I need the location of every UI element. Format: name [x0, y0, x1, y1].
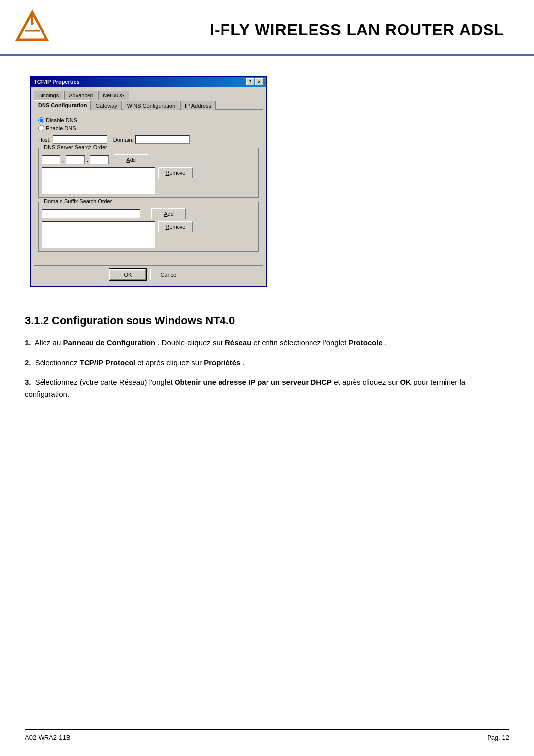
dialog-title: TCP/IP Properties: [34, 79, 80, 85]
tab-advanced[interactable]: Advanced: [64, 91, 97, 100]
para-2-bold-2: Propriétés: [204, 358, 240, 367]
para-1-bold-2: Réseau: [225, 338, 251, 347]
dns-list-box[interactable]: [42, 167, 155, 194]
tabs-row-2: DNS Configuration Gateway WINS Configura…: [34, 99, 263, 110]
domain-suffix-list-box[interactable]: [42, 221, 155, 248]
ok-button[interactable]: OK: [109, 269, 146, 280]
footer-left: A02-WRA2-11B: [25, 734, 70, 741]
domain-suffix-input-row: Add: [42, 208, 255, 219]
enable-dns-radio[interactable]: [38, 125, 44, 131]
paragraph-1: 1. Allez au Panneau de Configuration . D…: [25, 337, 509, 349]
domain-remove-button[interactable]: Remove: [158, 221, 193, 232]
para-1-text-4: .: [385, 338, 387, 347]
dns-server-section-label: DNS Server Search Order: [43, 144, 109, 150]
cancel-button[interactable]: Cancel: [150, 269, 187, 280]
dns-octet-3[interactable]: [90, 155, 109, 164]
disable-dns-label: Disable DNS: [46, 117, 77, 123]
para-3-bold-1: Obtenir une adresse IP par un serveur DH…: [175, 378, 332, 386]
disable-dns-radio[interactable]: [38, 117, 44, 123]
dns-server-section: DNS Server Search Order . . Add: [38, 148, 259, 198]
dialog-body: Bindings Advanced NetBIOS DNS Configurat…: [31, 87, 266, 286]
enable-dns-label: Enable DNS: [46, 125, 76, 131]
paragraph-3: 3. Sélectionnez (votre carte Réseau) l'o…: [25, 377, 509, 400]
para-2-text-3: .: [243, 358, 245, 367]
logo-area: [15, 10, 54, 49]
para-2-bold-1: TCP/IP Protocol: [80, 358, 135, 367]
host-input[interactable]: [53, 135, 107, 144]
para-1-text-1: Allez au: [35, 338, 63, 347]
host-label: Host:: [38, 137, 51, 142]
tab-content: Disable DNS Enable DNS Host: Domain:: [34, 110, 263, 260]
tab-wins-configuration[interactable]: WINS Configuration: [123, 101, 179, 110]
tab-bindings[interactable]: Bindings: [34, 91, 63, 100]
para-2-text-1: Sélectionnez: [35, 358, 80, 367]
close-button[interactable]: ×: [255, 78, 263, 85]
header-separator: [0, 54, 534, 56]
paragraph-2: 2. Sélectionnez TCP/IP Protocol et après…: [25, 357, 509, 369]
domain-suffix-label: Domain Suffix Search Order: [43, 198, 113, 204]
dns-add-button[interactable]: Add: [114, 154, 148, 165]
para-3-number: 3.: [25, 378, 31, 386]
para-1-text-2: . Double-cliquez sur: [157, 338, 225, 347]
domain-suffix-section: Domain Suffix Search Order Add Remove: [38, 202, 259, 252]
dns-remove-button[interactable]: Remove: [158, 167, 193, 178]
tab-gateway[interactable]: Gateway: [91, 101, 121, 110]
domain-add-button[interactable]: Add: [151, 208, 186, 219]
dialog-titlebar: TCP/IP Properties ? ×: [31, 77, 266, 87]
disable-dns-option[interactable]: Disable DNS: [38, 117, 259, 123]
tab-netbios[interactable]: NetBIOS: [98, 91, 129, 100]
domain-suffix-input[interactable]: [42, 209, 140, 218]
page-header: I-FLY WIRELESS LAN ROUTER ADSL: [0, 0, 534, 54]
tab-dns-configuration[interactable]: DNS Configuration: [34, 100, 91, 110]
domain-input[interactable]: [135, 135, 190, 144]
dns-radio-group: Disable DNS Enable DNS: [38, 117, 259, 131]
dns-octet-1[interactable]: [42, 155, 60, 164]
para-1-text-3: et enfin sélectionnez l'onglet: [254, 338, 349, 347]
tcpip-dialog: TCP/IP Properties ? × Bindings Advanced: [30, 76, 267, 287]
para-3-text-2: et après cliquez sur: [334, 378, 400, 386]
para-1-number: 1.: [25, 338, 31, 347]
para-1-bold-3: Protocole: [349, 338, 383, 347]
company-logo: [15, 10, 49, 45]
tabs-row-1: Bindings Advanced NetBIOS: [34, 90, 263, 99]
domain-label: Domain:: [113, 137, 134, 142]
svg-marker-3: [31, 19, 34, 24]
brand-title: I-FLY WIRELESS LAN ROUTER ADSL: [210, 21, 519, 39]
help-button[interactable]: ?: [246, 78, 254, 85]
main-content: TCP/IP Properties ? × Bindings Advanced: [0, 58, 534, 428]
titlebar-buttons: ? ×: [246, 78, 263, 85]
section-heading: 3.1.2 Configuration sous Windows NT4.0: [25, 314, 509, 327]
para-2-number: 2.: [25, 358, 31, 367]
tab-ip-address[interactable]: IP Address: [180, 101, 216, 110]
enable-dns-option[interactable]: Enable DNS: [38, 125, 259, 131]
para-1-bold-1: Panneau de Configuration: [63, 338, 155, 347]
dialog-container: TCP/IP Properties ? × Bindings Advanced: [25, 68, 509, 294]
footer-right: Pag. 12: [487, 734, 509, 741]
para-2-text-2: et après cliquez sur: [137, 358, 204, 367]
host-domain-row: Host: Domain:: [38, 135, 259, 144]
dns-octet-2[interactable]: [66, 155, 85, 164]
dns-input-row: . . Add: [42, 154, 255, 165]
page-footer: A02-WRA2-11B Pag. 12: [25, 729, 509, 741]
para-3-text-1: Sélectionnez (votre carte Réseau) l'ongl…: [35, 378, 175, 386]
para-3-bold-2: OK: [400, 378, 411, 386]
dialog-footer: OK Cancel: [34, 265, 263, 283]
